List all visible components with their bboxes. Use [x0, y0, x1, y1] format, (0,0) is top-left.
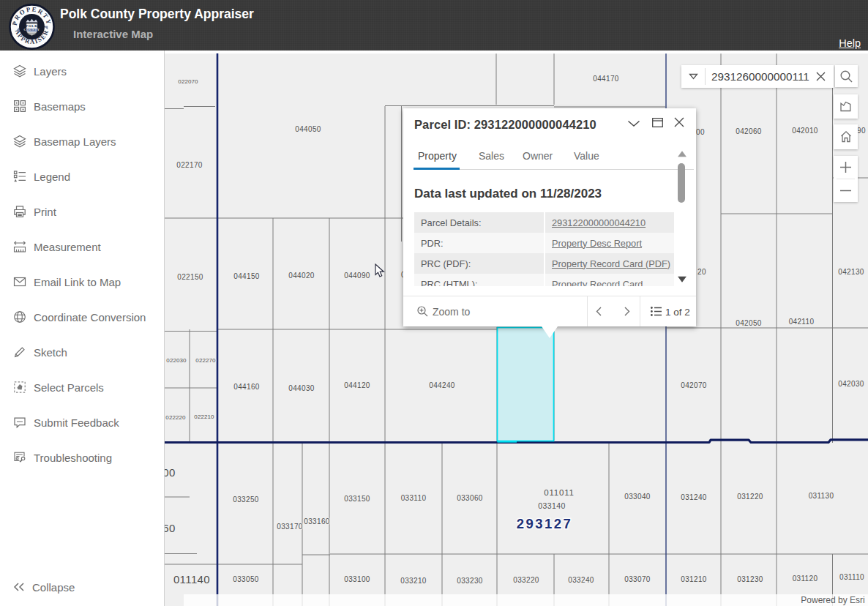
svg-text:293127: 293127: [517, 516, 573, 531]
svg-text:033150: 033150: [344, 495, 370, 503]
svg-text:033060: 033060: [457, 494, 483, 502]
svg-text:033070: 033070: [624, 575, 651, 583]
svg-text:044160: 044160: [233, 383, 260, 391]
svg-text:042050: 042050: [736, 319, 762, 327]
svg-text:042010: 042010: [792, 127, 818, 135]
svg-text:033250: 033250: [233, 495, 259, 504]
svg-text:022030: 022030: [166, 357, 187, 364]
svg-text:033240: 033240: [568, 576, 594, 584]
svg-text:031240: 031240: [681, 493, 707, 501]
svg-text:033170: 033170: [277, 523, 303, 531]
svg-text:033110: 033110: [401, 494, 427, 502]
svg-text:044150: 044150: [233, 272, 260, 280]
svg-text:022170: 022170: [176, 161, 203, 169]
svg-text:044090: 044090: [344, 272, 370, 280]
svg-text:031130: 031130: [809, 492, 834, 500]
svg-text:044120: 044120: [344, 381, 370, 389]
svg-text:044240: 044240: [429, 381, 455, 389]
svg-text:033220: 033220: [513, 576, 539, 584]
svg-text:031220: 031220: [737, 493, 763, 501]
svg-text:022070: 022070: [178, 78, 198, 85]
svg-text:COUNTY: COUNTY: [23, 28, 40, 31]
svg-text:044030: 044030: [288, 384, 315, 392]
svg-text:042110: 042110: [789, 318, 815, 326]
svg-text:033140: 033140: [538, 501, 565, 510]
svg-text:042070: 042070: [681, 381, 707, 389]
svg-text:00: 00: [696, 128, 705, 136]
svg-text:022210: 022210: [194, 414, 214, 420]
svg-text:044050: 044050: [295, 125, 321, 133]
svg-text:00: 00: [165, 466, 176, 479]
svg-text:022270: 022270: [195, 357, 216, 364]
svg-text:022150: 022150: [177, 273, 203, 281]
svg-text:031110: 031110: [839, 573, 864, 581]
svg-text:033040: 033040: [624, 493, 651, 501]
svg-text:031120: 031120: [793, 575, 818, 583]
svg-text:031230: 031230: [737, 575, 763, 583]
svg-text:033050: 033050: [233, 575, 259, 583]
svg-text:60: 60: [165, 522, 176, 534]
svg-text:042030: 042030: [838, 380, 864, 388]
svg-text:011011: 011011: [544, 488, 574, 497]
svg-text:044020: 044020: [288, 272, 315, 280]
svg-text:031210: 031210: [681, 575, 707, 583]
svg-text:042060: 042060: [736, 127, 762, 135]
svg-text:033230: 033230: [457, 577, 483, 585]
svg-text:033210: 033210: [400, 577, 427, 585]
svg-text:011140: 011140: [173, 573, 210, 586]
svg-text:042130: 042130: [838, 268, 864, 276]
svg-text:90: 90: [857, 127, 866, 135]
svg-text:022220: 022220: [165, 414, 186, 421]
svg-text:044170: 044170: [593, 75, 619, 83]
svg-text:033100: 033100: [344, 575, 370, 583]
svg-text:033160: 033160: [304, 517, 330, 525]
svg-text:20: 20: [697, 268, 706, 276]
